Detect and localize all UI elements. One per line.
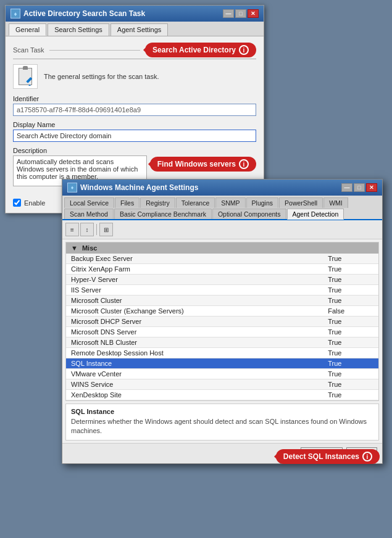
svg-rect-0 [26, 77, 32, 83]
secondary-dialog-title: Windows Machine Agent Settings [80, 183, 198, 192]
secondary-close-button[interactable]: ✕ [366, 183, 377, 192]
description-label: Description [13, 147, 256, 154]
table-row[interactable]: Backup Exec ServerTrue [66, 254, 378, 264]
misc-table: ▼ Misc Backup Exec ServerTrueCitrix XenA… [66, 242, 378, 400]
misc-section-label: Misc [82, 244, 97, 252]
display-name-label: Display Name [13, 121, 256, 128]
titlebar-left: ♦ Active Directory Search Scan Task [10, 9, 145, 19]
row-value: True [323, 317, 378, 327]
secondary-minimize-button[interactable]: — [341, 183, 352, 192]
agent-detection-table: ▼ Misc Backup Exec ServerTrueCitrix XenA… [65, 242, 379, 401]
clipboard-top [23, 66, 28, 70]
main-tabs: General Search Settings Agent Settings [6, 22, 264, 36]
table-row[interactable]: IIS ServerTrue [66, 285, 378, 296]
app-icon-glyph: ♦ [14, 10, 17, 17]
app-icon: ♦ [10, 9, 20, 19]
row-name: Microsoft Cluster [66, 296, 323, 306]
table-row[interactable]: SQL InstanceTrue [66, 358, 378, 369]
desc-panel-title: SQL Instance [71, 408, 373, 415]
section-divider [49, 50, 140, 51]
main-titlebar: ♦ Active Directory Search Scan Task — □ … [6, 6, 264, 22]
row-value: True [323, 254, 378, 264]
tab-basic-compliance[interactable]: Basic Compliance Benchmark [114, 209, 212, 219]
secondary-app-icon: ♦ [67, 183, 77, 192]
description-panel: SQL Instance Determines whether the Wind… [65, 404, 379, 441]
tab-agent-detection[interactable]: Agent Detection [287, 209, 344, 220]
tab-plugins[interactable]: Plugins [246, 197, 278, 208]
row-value: True [323, 296, 378, 306]
row-value: True [323, 285, 378, 296]
search-ad-info-icon[interactable]: i [239, 45, 249, 55]
table-row[interactable]: Citrix XenApp FarmTrue [66, 264, 378, 275]
secondary-tabs: Local Service Files Registry Tolerance S… [62, 196, 382, 220]
tab-agent-settings[interactable]: Agent Settings [111, 23, 169, 36]
row-value: True [323, 369, 378, 379]
find-windows-callout-text: Find Windows servers [157, 160, 236, 168]
table-row[interactable]: Microsoft ClusterTrue [66, 296, 378, 306]
table-row[interactable]: VMware vCenterTrue [66, 369, 378, 379]
row-value: True [323, 264, 378, 275]
identifier-input[interactable] [13, 104, 256, 116]
detect-sql-info-icon[interactable]: i [362, 452, 372, 461]
row-name: Microsoft Cluster (Exchange Servers) [66, 306, 323, 317]
detect-sql-callout-text: Detect SQL Instances [283, 452, 359, 461]
table-row[interactable]: XenDesktop SiteTrue [66, 390, 378, 400]
tab-files[interactable]: Files [115, 197, 140, 208]
tab-powershell[interactable]: PowerShell [279, 197, 323, 208]
row-name: Hyper-V Server [66, 275, 323, 285]
close-button[interactable]: ✕ [248, 9, 259, 18]
clipboard-icon [19, 68, 32, 85]
identifier-label: Identifier [13, 95, 256, 102]
row-name: IIS Server [66, 285, 323, 296]
tab-registry[interactable]: Registry [140, 197, 175, 208]
svg-marker-1 [28, 85, 31, 86]
row-name: Citrix XenApp Farm [66, 264, 323, 275]
find-windows-callout: Find Windows servers i [150, 157, 256, 172]
display-name-input[interactable] [13, 130, 256, 142]
tab-general[interactable]: General [9, 23, 46, 36]
secondary-maximize-button[interactable]: □ [354, 183, 365, 192]
main-dialog-title: Active Directory Search Scan Task [23, 9, 145, 18]
table-row[interactable]: Remote Desktop Session HostTrue [66, 348, 378, 358]
tab-local-service[interactable]: Local Service [64, 197, 114, 208]
tab-snmp[interactable]: SNMP [215, 197, 245, 208]
row-name: VMware vCenter [66, 369, 323, 379]
search-ad-callout-text: Search Active Directory [152, 46, 236, 54]
table-row[interactable]: Hyper-V ServerTrue [66, 275, 378, 285]
tab-scan-method[interactable]: Scan Method [64, 209, 114, 219]
scan-task-icon [13, 64, 38, 89]
maximize-button[interactable]: □ [235, 9, 246, 18]
row-name: XenDesktop Site [66, 390, 323, 400]
secondary-titlebar-left: ♦ Windows Machine Agent Settings [67, 183, 198, 192]
toolbar-separator [96, 224, 97, 235]
table-row[interactable]: WINS ServiceTrue [66, 379, 378, 390]
row-value: True [323, 348, 378, 358]
tab-search-settings[interactable]: Search Settings [48, 23, 109, 36]
tab-tolerance[interactable]: Tolerance [176, 197, 215, 208]
row-name: WINS Service [66, 379, 323, 390]
scan-task-row: The general settings for the scan task. [13, 64, 256, 89]
enable-checkbox[interactable] [13, 199, 21, 207]
minimize-button[interactable]: — [223, 9, 234, 18]
table-row[interactable]: Microsoft NLB ClusterTrue [66, 337, 378, 348]
scan-task-description: The general settings for the scan task. [44, 73, 159, 80]
titlebar-controls: — □ ✕ [223, 9, 259, 18]
callout-area: Find Windows servers i [150, 155, 256, 172]
tab-optional-components[interactable]: Optional Components [212, 209, 286, 219]
find-windows-info-icon[interactable]: i [239, 159, 249, 169]
desc-panel-text: Determines whether the Windows agent sho… [71, 417, 373, 436]
filter-button[interactable]: ⊞ [99, 223, 113, 236]
row-name: Microsoft NLB Cluster [66, 337, 323, 348]
tab-wmi[interactable]: WMI [323, 197, 348, 208]
search-ad-callout: Search Active Directory i [145, 43, 256, 57]
row-name: Microsoft DHCP Server [66, 317, 323, 327]
table-row[interactable]: Microsoft DNS ServerTrue [66, 327, 378, 337]
row-value: True [323, 379, 378, 390]
table-row[interactable]: Microsoft Cluster (Exchange Servers)Fals… [66, 306, 378, 317]
row-value: True [323, 358, 378, 369]
list-view-button[interactable]: ≡ [65, 223, 79, 236]
table-row[interactable]: Microsoft DHCP ServerTrue [66, 317, 378, 327]
sort-button[interactable]: ↕ [80, 223, 94, 236]
enable-label: Enable [24, 199, 45, 207]
row-value: True [323, 275, 378, 285]
